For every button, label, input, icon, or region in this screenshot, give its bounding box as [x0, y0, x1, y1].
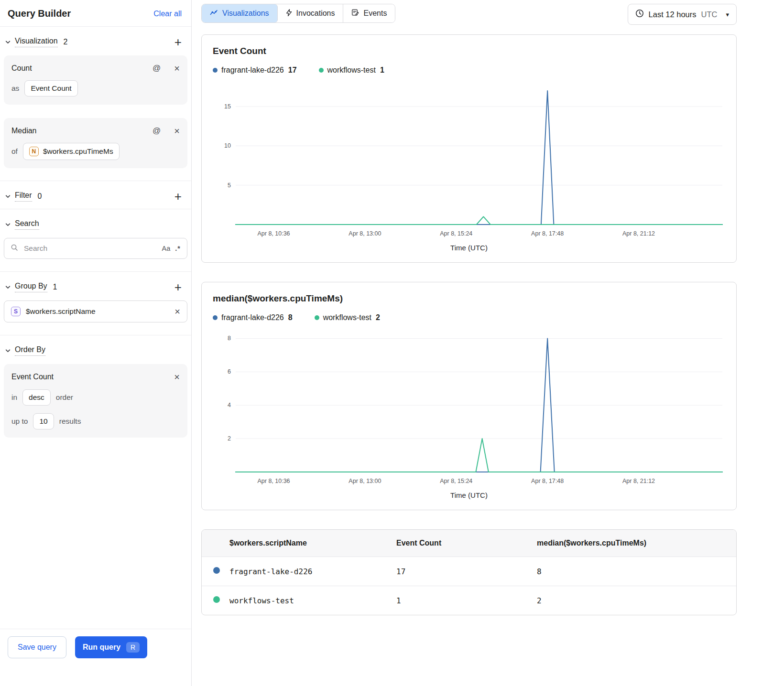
order-by-card: Event Count × in desc order up to 10 res…	[4, 364, 187, 438]
results-table: $workers.scriptName Event Count median($…	[201, 529, 737, 615]
svg-text:Apr 8, 10:36: Apr 8, 10:36	[257, 478, 290, 484]
lightning-icon	[286, 9, 292, 18]
series-dot	[315, 315, 319, 320]
match-case-icon[interactable]: Aa	[162, 245, 171, 252]
query-builder-sidebar: Query Builder Clear all Visualization 2 …	[0, 0, 192, 686]
sidebar-footer: Save query Run query R	[0, 629, 191, 686]
tab-label: Invocations	[296, 9, 335, 18]
regex-icon[interactable]: .*	[175, 245, 181, 252]
add-filter-button[interactable]: +	[174, 192, 182, 201]
main-content: Visualizations Invocations Events Last 1…	[192, 0, 784, 686]
legend-label: workflows-test	[323, 313, 371, 322]
chart-legend: fragrant-lake-d226 17 workflows-test 1	[213, 66, 725, 75]
svg-text:10: 10	[224, 142, 231, 149]
svg-text:Apr 8, 10:36: Apr 8, 10:36	[257, 230, 290, 237]
event-count-panel: Event Count fragrant-lake-d226 17 workfl…	[201, 34, 737, 263]
legend-item[interactable]: workflows-test 1	[319, 66, 384, 75]
run-query-button[interactable]: Run query R	[75, 636, 147, 658]
order-by-field: Event Count	[11, 373, 54, 381]
filter-section-label: Filter	[15, 191, 32, 202]
table-row[interactable]: workflows-test 1 2	[202, 586, 736, 615]
view-tabs: Visualizations Invocations Events	[201, 4, 395, 23]
timezone-label: UTC	[701, 10, 718, 19]
svg-text:Apr 8, 15:24: Apr 8, 15:24	[440, 230, 472, 237]
search-input[interactable]	[23, 244, 157, 253]
events-form-icon	[351, 9, 359, 18]
legend-item[interactable]: fragrant-lake-d226 8	[213, 313, 293, 322]
column-header: Event Count	[396, 539, 537, 547]
order-direction-chip[interactable]: desc	[22, 389, 51, 406]
clock-icon	[635, 9, 644, 20]
visualization-section-header: Visualization 2 +	[0, 27, 191, 54]
run-query-label: Run query	[83, 643, 120, 652]
chevron-down-icon[interactable]	[5, 193, 11, 200]
filter-count: 0	[38, 192, 42, 201]
series-dot-cell	[213, 567, 229, 576]
chart-legend: fragrant-lake-d226 8 workflows-test 2	[213, 313, 725, 322]
column-header: $workers.scriptName	[229, 539, 396, 547]
string-type-icon: S	[11, 307, 21, 316]
clear-all-link[interactable]: Clear all	[153, 10, 182, 18]
search-section-label: Search	[15, 219, 39, 230]
series-dot	[213, 596, 220, 603]
svg-text:15: 15	[224, 103, 231, 110]
results-label: results	[59, 417, 81, 426]
tab-visualizations[interactable]: Visualizations	[202, 4, 278, 22]
svg-text:2: 2	[228, 435, 231, 442]
annotation-icon[interactable]: @	[152, 64, 161, 73]
legend-value: 8	[288, 313, 293, 322]
sidebar-spacer	[0, 450, 191, 629]
legend-item[interactable]: workflows-test 2	[315, 313, 380, 322]
count-card-title: Count	[11, 64, 32, 73]
median-field-chip[interactable]: N $workers.cpuTimeMs	[23, 143, 120, 160]
svg-text:Apr 8, 21:12: Apr 8, 21:12	[622, 478, 655, 484]
search-box: Aa .*	[4, 238, 187, 259]
chart-title: Event Count	[213, 46, 725, 56]
series-dot	[213, 567, 220, 574]
chevron-down-icon[interactable]	[5, 222, 11, 228]
legend-item[interactable]: fragrant-lake-d226 17	[213, 66, 297, 75]
limit-chip[interactable]: 10	[33, 413, 54, 429]
series-dot	[213, 68, 218, 73]
series-dot	[213, 315, 218, 320]
chevron-down-icon[interactable]	[5, 284, 11, 290]
legend-value: 17	[288, 66, 297, 75]
group-by-field-name: $workers.scriptName	[26, 307, 96, 316]
svg-text:Apr 8, 21:12: Apr 8, 21:12	[622, 230, 655, 237]
annotation-icon[interactable]: @	[152, 126, 161, 136]
remove-order-by-icon[interactable]: ×	[174, 372, 180, 382]
chevron-down-icon[interactable]	[5, 39, 11, 45]
group-by-section-label: Group By	[15, 282, 47, 292]
legend-value: 2	[376, 313, 380, 322]
table-header-row: $workers.scriptName Event Count median($…	[202, 530, 736, 557]
event-count-cell: 17	[396, 567, 537, 576]
svg-text:6: 6	[228, 368, 231, 375]
tab-invocations[interactable]: Invocations	[278, 4, 344, 22]
remove-group-by-icon[interactable]: ×	[174, 307, 180, 316]
svg-text:Apr 8, 17:48: Apr 8, 17:48	[531, 478, 564, 484]
add-group-by-button[interactable]: +	[174, 283, 182, 291]
tab-label: Visualizations	[222, 9, 269, 18]
add-visualization-button[interactable]: +	[174, 38, 182, 46]
median-cell: 2	[537, 596, 725, 605]
median-cpu-panel: median($workers.cpuTimeMs) fragrant-lake…	[201, 282, 737, 510]
tab-events[interactable]: Events	[343, 4, 395, 22]
remove-median-icon[interactable]: ×	[174, 126, 180, 136]
save-query-button[interactable]: Save query	[8, 636, 66, 658]
group-by-field-row[interactable]: S $workers.scriptName ×	[4, 300, 187, 322]
svg-text:Apr 8, 13:00: Apr 8, 13:00	[348, 230, 381, 237]
svg-text:Apr 8, 15:24: Apr 8, 15:24	[440, 478, 472, 484]
time-range-selector[interactable]: Last 12 hours UTC ▾	[628, 4, 737, 25]
count-visualization-card: Count @ × as Event Count	[4, 55, 187, 105]
x-axis-label: Time (UTC)	[213, 487, 725, 504]
svg-text:Apr 8, 17:48: Apr 8, 17:48	[531, 230, 564, 237]
remove-count-icon[interactable]: ×	[174, 64, 180, 73]
count-alias-chip[interactable]: Event Count	[24, 80, 77, 96]
line-chart-icon	[210, 9, 218, 18]
median-cell: 8	[537, 567, 725, 576]
table-row[interactable]: fragrant-lake-d226 17 8	[202, 557, 736, 586]
chevron-down-icon[interactable]	[5, 348, 11, 354]
series-dot	[319, 68, 324, 73]
of-label: of	[11, 147, 18, 156]
median-cpu-chart: 2468Apr 8, 10:36Apr 8, 13:00Apr 8, 15:24…	[213, 328, 725, 487]
